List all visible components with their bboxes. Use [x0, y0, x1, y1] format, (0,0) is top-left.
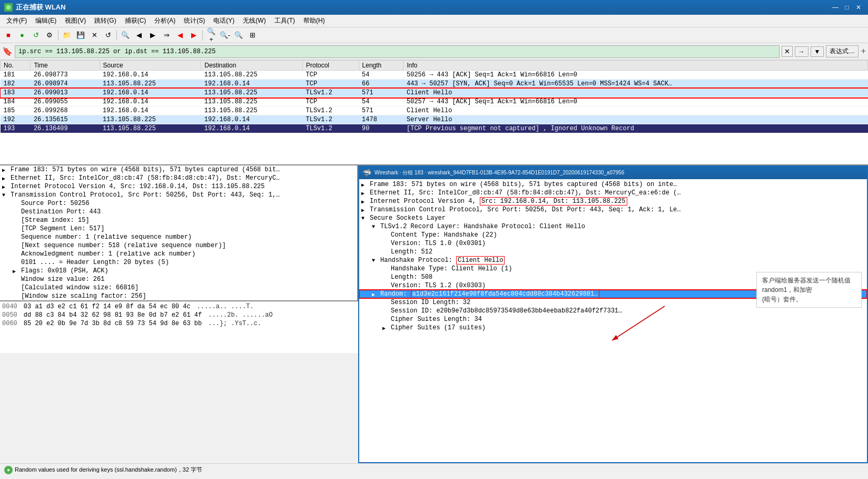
filter-input[interactable]: [15, 45, 780, 58]
detail-row[interactable]: ▼Transmission Control Protocol, Src Port…: [0, 191, 357, 199]
zoom-in-button[interactable]: 🔍+: [205, 29, 218, 42]
mark-button[interactable]: ◀: [174, 29, 186, 42]
expand-toggle[interactable]: ▶: [372, 291, 378, 298]
expand-toggle[interactable]: ▶: [382, 325, 389, 331]
reload-button[interactable]: ↺: [102, 29, 114, 42]
options-button[interactable]: ⚙: [43, 29, 56, 42]
filter-dropdown-button[interactable]: ▼: [811, 46, 824, 57]
detail-row[interactable]: Destination Port: 443: [0, 208, 357, 216]
menu-item-无线W[interactable]: 无线(W): [239, 15, 270, 26]
maximize-button[interactable]: □: [842, 2, 852, 13]
table-row[interactable]: 19326.136409113.105.88.225192.168.0.14TL…: [1, 124, 868, 133]
menu-item-统计S[interactable]: 统计(S): [180, 15, 209, 26]
restart-button[interactable]: ↺: [29, 29, 42, 42]
popup-detail-row[interactable]: ▼Handshake Protocol: Client Hello: [359, 256, 867, 265]
detail-row[interactable]: [Stream index: 15]: [0, 216, 357, 224]
open-button[interactable]: 📁: [61, 29, 73, 42]
filter-apply-button[interactable]: →: [795, 46, 808, 57]
minimize-button[interactable]: —: [830, 2, 841, 13]
detail-row[interactable]: Acknowledgment number: 1 (relative ack n…: [0, 250, 357, 258]
table-row[interactable]: 18226.098974113.105.88.225192.168.0.14TC…: [1, 80, 868, 89]
col-header-destination[interactable]: Destination: [201, 61, 303, 71]
col-header-time[interactable]: Time: [31, 61, 100, 71]
find-button[interactable]: 🔍: [119, 29, 132, 42]
menu-item-分析A[interactable]: 分析(A): [150, 15, 180, 26]
popup-detail-row[interactable]: Cipher Suites Length: 34: [359, 315, 867, 324]
close-file-button[interactable]: ✕: [88, 29, 101, 42]
expand-toggle[interactable]: ▶: [2, 175, 8, 182]
col-header-protocol[interactable]: Protocol: [302, 61, 359, 71]
menu-item-帮助H[interactable]: 帮助(H): [299, 15, 329, 26]
expand-toggle[interactable]: ▶: [361, 182, 368, 188]
detail-row[interactable]: ▶Internet Protocol Version 4, Src: 192.1…: [0, 182, 357, 191]
col-header-no-[interactable]: No.: [1, 61, 31, 71]
filter-expr-button[interactable]: 表达式…: [826, 45, 859, 57]
popup-detail-row[interactable]: ▶Ethernet II, Src: IntelCor_d8:cb:47 (58…: [359, 189, 867, 197]
col-header-source[interactable]: Source: [100, 61, 201, 71]
expand-toggle[interactable]: ▶: [2, 184, 8, 190]
table-row[interactable]: 18326.099013192.168.0.14113.105.88.225TL…: [1, 89, 868, 97]
forward-button[interactable]: ▶: [146, 29, 159, 42]
mark2-button[interactable]: ▶: [188, 29, 200, 42]
popup-detail-row[interactable]: ▼Secure Sockets Layer: [359, 214, 867, 222]
detail-row[interactable]: Window size value: 261: [0, 275, 357, 284]
menu-item-文件F[interactable]: 文件(F): [2, 15, 31, 26]
menu-item-电话Y[interactable]: 电话(Y): [209, 15, 239, 26]
zoom-out-button[interactable]: 🔍-: [219, 29, 231, 42]
popup-detail-row[interactable]: ▶Frame 183: 571 bytes on wire (4568 bits…: [359, 180, 867, 189]
start-button[interactable]: ●: [16, 29, 28, 42]
popup-detail-row[interactable]: ▶Transmission Control Protocol, Src Port…: [359, 206, 867, 214]
detail-row[interactable]: 0101 .... = Header Length: 20 bytes (5): [0, 258, 357, 267]
popup-detail-row[interactable]: ▶Cipher Suites (17 suites): [359, 324, 867, 332]
popup-detail-row[interactable]: Version: TLS 1.0 (0x0301): [359, 239, 867, 248]
detail-row[interactable]: [TCP Segment Len: 517]: [0, 224, 357, 233]
detail-row[interactable]: Source Port: 50256: [0, 199, 357, 208]
table-row[interactable]: 19226.135615113.105.88.225192.168.0.14TL…: [1, 115, 868, 124]
menu-item-捕获C[interactable]: 捕获(C): [121, 15, 151, 26]
back-button[interactable]: ◀: [133, 29, 145, 42]
popup-detail-row[interactable]: ▼TLSv1.2 Record Layer: Handshake Protoco…: [359, 222, 867, 231]
table-row[interactable]: 18526.099268192.168.0.14113.105.88.225TL…: [1, 106, 868, 115]
detail-row[interactable]: [Window size scaling factor: 256]: [0, 292, 357, 300]
detail-row[interactable]: [Next sequence number: 518 (relative seq…: [0, 241, 357, 250]
expand-toggle[interactable]: ▶: [13, 268, 19, 275]
expand-toggle[interactable]: ▼: [2, 192, 8, 198]
expand-toggle[interactable]: ▼: [372, 224, 378, 230]
close-button[interactable]: ✕: [853, 2, 864, 13]
packet-list[interactable]: No.TimeSourceDestinationProtocolLengthIn…: [0, 60, 868, 165]
detail-row[interactable]: ▶Ethernet II, Src: IntelCor_d8:cb:47 (58…: [0, 174, 357, 182]
expand-toggle[interactable]: ▶: [361, 190, 368, 197]
popup-detail-row[interactable]: ▶Internet Protocol Version 4, Src: 192.1…: [359, 197, 867, 206]
popup-detail-row[interactable]: Content Type: Handshake (22): [359, 231, 867, 239]
stop-button[interactable]: ■: [2, 29, 15, 42]
resize-columns-button[interactable]: ⊞: [246, 29, 259, 42]
expand-toggle[interactable]: ▼: [361, 216, 368, 221]
detail-row[interactable]: ▶Flags: 0x018 (PSH, ACK): [0, 267, 357, 275]
col-header-info[interactable]: Info: [403, 61, 868, 71]
col-header-length[interactable]: Length: [359, 61, 403, 71]
bookmark-icon[interactable]: 🔖: [2, 46, 13, 57]
popup-content[interactable]: ▶Frame 183: 571 bytes on wire (4568 bits…: [359, 179, 867, 462]
expand-toggle[interactable]: ▶: [2, 167, 8, 173]
goto-button[interactable]: ⇒: [160, 29, 173, 42]
expand-toggle[interactable]: ▶: [361, 207, 368, 213]
detail-row[interactable]: [Calculated window size: 66816]: [0, 284, 357, 292]
menu-item-编辑E[interactable]: 编辑(E): [31, 15, 61, 26]
right-panel-wrapper: 🦈 Wireshark · 分组 183 · wireshark_944D7FB…: [358, 165, 868, 463]
filter-add-button[interactable]: +: [861, 47, 866, 56]
popup-detail-row[interactable]: Session ID: e20b9e7d3b8dc85973549d8e63bb…: [359, 307, 867, 315]
packet-details[interactable]: ▶Frame 183: 571 bytes on wire (4568 bits…: [0, 165, 358, 300]
menu-item-视图V[interactable]: 视图(V): [61, 15, 90, 26]
expand-toggle[interactable]: ▶: [361, 199, 368, 205]
menu-item-工具T[interactable]: 工具(T): [270, 15, 299, 26]
table-row[interactable]: 18126.098773192.168.0.14113.105.88.225TC…: [1, 71, 868, 80]
filter-clear-button[interactable]: ✕: [782, 46, 793, 57]
zoom-reset-button[interactable]: 🔍: [232, 29, 245, 42]
expand-toggle[interactable]: ▼: [372, 258, 378, 263]
popup-detail-row[interactable]: Length: 512: [359, 248, 867, 256]
save-button[interactable]: 💾: [74, 29, 87, 42]
detail-row[interactable]: Sequence number: 1 (relative sequence nu…: [0, 233, 357, 241]
table-row[interactable]: 18426.099055192.168.0.14113.105.88.225TC…: [1, 97, 868, 106]
menu-item-跳转G[interactable]: 跳转(G): [90, 15, 120, 26]
detail-row[interactable]: ▶Frame 183: 571 bytes on wire (4568 bits…: [0, 165, 357, 174]
